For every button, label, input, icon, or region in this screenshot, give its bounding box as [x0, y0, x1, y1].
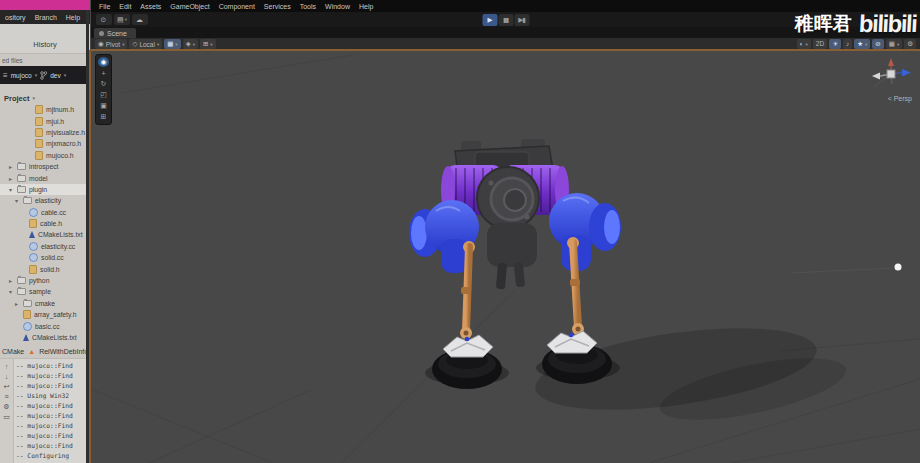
scene-viewport[interactable]: ◉+↻◰▣⊞ < Persp — [91, 51, 920, 463]
tree-item[interactable]: plugin — [0, 184, 90, 195]
tree-item[interactable]: mjvisualize.h — [0, 127, 90, 138]
view-tool[interactable]: ◉ — [98, 57, 109, 67]
snap-increment-dropdown[interactable]: ⊞ ▾ — [200, 39, 216, 49]
scroll-to-bottom-icon[interactable]: ↓ — [5, 372, 9, 381]
lighting-toggle[interactable]: ☀ — [829, 39, 841, 49]
cmake-profile-tab[interactable]: RelWithDebInfo- — [39, 348, 90, 355]
branch-selector[interactable]: dev — [50, 72, 60, 79]
pivot-toggle[interactable]: ◉ Pivot ▾ — [95, 39, 127, 49]
effects-dropdown[interactable]: ★ ▾ — [854, 39, 870, 49]
branch-icon — [40, 71, 47, 80]
tree-item[interactable]: cmake — [0, 298, 90, 309]
tree-item[interactable]: mjtnum.h — [0, 104, 90, 115]
play-button[interactable]: ▶ — [482, 14, 497, 26]
2d-toggle[interactable]: 2D — [813, 39, 827, 49]
scale-tool[interactable]: ◰ — [98, 90, 109, 100]
orientation-gizmo[interactable] — [868, 57, 914, 95]
unity-menu-item[interactable]: Edit — [119, 3, 131, 10]
tree-item[interactable]: solid.h — [0, 263, 90, 274]
camera-settings-dropdown[interactable]: ▦ ▾ — [886, 39, 902, 49]
spacer — [0, 84, 90, 92]
light-gizmo-dot — [895, 264, 902, 271]
ide-menu-item[interactable]: Help — [66, 14, 80, 21]
rect-tool[interactable]: ▣ — [98, 101, 109, 111]
tree-item[interactable]: mjui.h — [0, 115, 90, 126]
tree-item[interactable]: solid.cc — [0, 252, 90, 263]
file-type-icon — [35, 105, 43, 114]
tree-item[interactable]: python — [0, 275, 90, 286]
cmake-panel-label[interactable]: CMake — [2, 348, 24, 355]
unity-menu-item[interactable]: File — [99, 3, 110, 10]
file-type-icon — [35, 151, 43, 160]
file-type-icon — [17, 288, 26, 295]
transform-tool[interactable]: ⊞ — [98, 112, 109, 122]
shading-mode-dropdown[interactable]: ◐ ▾ — [797, 39, 811, 49]
repo-branch-bar: ≡ mujoco ▾ dev ▾ — [0, 66, 90, 84]
console-line: -- Configuring — [16, 451, 90, 461]
tree-item[interactable]: cable.h — [0, 218, 90, 229]
unity-menu-item[interactable]: Services — [264, 3, 291, 10]
file-type-icon — [29, 208, 38, 217]
tab-scene[interactable]: Scene — [94, 28, 136, 38]
tree-item[interactable]: sample — [0, 286, 90, 297]
view-options-icon[interactable]: ≡ — [4, 392, 8, 401]
console-line: -- mujoco::Find — [16, 361, 90, 371]
file-type-icon — [17, 186, 26, 193]
hamburger-icon[interactable]: ≡ — [3, 71, 8, 80]
console-line: -- mujoco::Find — [16, 401, 90, 411]
console-line: -- mujoco::Find — [16, 431, 90, 441]
unity-menu-item[interactable]: Assets — [140, 3, 161, 10]
step-button[interactable]: ▶▮ — [514, 14, 529, 26]
repo-selector[interactable]: mujoco — [11, 72, 32, 79]
account-icon[interactable]: ⊙ — [96, 14, 112, 25]
tree-item[interactable]: elasticity — [0, 195, 90, 206]
tree-item[interactable]: elasticity.cc — [0, 241, 90, 252]
tab-history[interactable]: History — [33, 40, 56, 49]
handle-rotation-toggle[interactable]: ◇ Local ▾ — [129, 39, 162, 49]
scroll-to-top-icon[interactable]: ↑ — [5, 362, 9, 371]
pause-button[interactable]: ▮▮ — [498, 14, 513, 26]
rotate-tool[interactable]: ↻ — [98, 79, 109, 89]
scene-toolbar-right: ◐ ▾ 2D ☀ ♪ — [797, 39, 916, 49]
file-type-icon — [23, 310, 31, 319]
chevron-down-icon: ▾ — [32, 95, 35, 101]
unity-menu-item[interactable]: Help — [359, 3, 373, 10]
project-header[interactable]: Project ▾ — [0, 92, 90, 104]
ide-menubar: ositoryBranchHelp — [0, 10, 90, 24]
cloud-button[interactable]: ☁ — [132, 14, 148, 25]
scene-render — [91, 51, 920, 463]
tree-item[interactable]: CMakeLists.txt — [0, 229, 90, 240]
file-tree: mjtnum.h mjui.h mjvisualize.h — [0, 104, 90, 344]
tree-item[interactable]: mujoco.h — [0, 150, 90, 161]
move-tool[interactable]: + — [98, 68, 109, 78]
tree-item[interactable]: model — [0, 172, 90, 183]
tree-item[interactable]: cable.cc — [0, 207, 90, 218]
file-type-icon — [23, 334, 29, 341]
tree-item[interactable]: introspect — [0, 161, 90, 172]
clear-console-icon[interactable]: ▭ — [3, 412, 10, 421]
console-line: -- mujoco::Find — [16, 441, 90, 451]
gizmos-dropdown[interactable]: ⚙ — [904, 39, 916, 49]
snap-magnet-toggle[interactable]: ◈ ▾ — [183, 39, 198, 49]
ide-menu-item[interactable]: ository — [5, 14, 26, 21]
unity-menu-item[interactable]: Component — [219, 3, 255, 10]
unity-menu-item[interactable]: GameObject — [170, 3, 209, 10]
changed-files-label: ed files — [0, 54, 90, 66]
soft-wrap-icon[interactable]: ↩ — [4, 382, 10, 391]
audio-toggle[interactable]: ♪ — [843, 39, 852, 49]
tree-item[interactable]: basic.cc — [0, 320, 90, 331]
settings-icon[interactable]: ⚙ — [3, 402, 9, 411]
hidden-objects-toggle[interactable]: ⊘ — [872, 39, 883, 49]
ide-menu-item[interactable]: Branch — [35, 14, 57, 21]
watermark: 稚晖君 bilibili — [795, 10, 918, 38]
grid-snapping-toggle[interactable]: ▦ ▾ — [164, 39, 180, 49]
persp-label[interactable]: < Persp — [888, 95, 912, 102]
tree-item[interactable]: CMakeLists.txt — [0, 332, 90, 343]
unity-menu-item[interactable]: Window — [325, 3, 350, 10]
tree-chevron-icon — [9, 186, 14, 193]
tree-item[interactable]: array_safety.h — [0, 309, 90, 320]
unity-menu-item[interactable]: Tools — [300, 3, 316, 10]
tree-item[interactable]: mjxmacro.h — [0, 138, 90, 149]
scene-toolbar-left: ◉ Pivot ▾ ◇ Local ▾ ▦ ▾ — [95, 39, 216, 49]
layers-dropdown[interactable]: ▤ ▾ — [114, 14, 130, 25]
